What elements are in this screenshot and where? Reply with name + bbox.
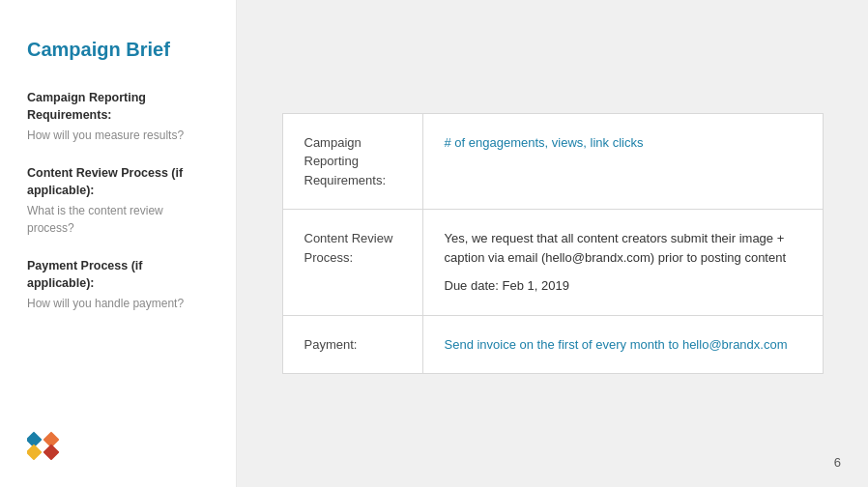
sidebar-title: Campaign Brief: [27, 39, 209, 61]
row-label-content-review: Content Review Process:: [282, 210, 422, 316]
content-review-line1: Yes, we request that all content creator…: [445, 229, 801, 267]
row-label-payment: Payment:: [282, 315, 422, 374]
cell-multiline-content-review: Yes, we request that all content creator…: [445, 229, 801, 296]
sidebar-section-subtitle-payment: How will you handle payment?: [27, 296, 209, 312]
content-review-line2: Due date: Feb 1, 2019: [445, 276, 801, 296]
main-content: Campaign Reporting Requirements: # of en…: [237, 0, 868, 487]
data-table: Campaign Reporting Requirements: # of en…: [282, 113, 824, 375]
page-number: 6: [834, 455, 841, 470]
table-row-reporting: Campaign Reporting Requirements: # of en…: [282, 113, 823, 210]
row-value-payment: Send invoice on the first of every month…: [422, 315, 823, 374]
sidebar-section-subtitle-content-review: What is the content review process?: [27, 203, 209, 237]
sidebar: Campaign Brief Campaign Reporting Requir…: [0, 0, 237, 487]
sidebar-section-title-content-review: Content Review Process (if applicable):: [27, 165, 209, 199]
sidebar-section-title-payment: Payment Process (if applicable):: [27, 258, 209, 292]
sidebar-section-title-reporting: Campaign Reporting Requirements:: [27, 90, 209, 124]
sidebar-section-payment: Payment Process (if applicable): How wil…: [27, 258, 209, 312]
sidebar-section-reporting: Campaign Reporting Requirements: How wil…: [27, 90, 209, 144]
sidebar-section-content-review: Content Review Process (if applicable): …: [27, 165, 209, 237]
svg-rect-3: [43, 444, 60, 460]
sidebar-section-subtitle-reporting: How will you measure results?: [27, 128, 209, 144]
row-value-content-review: Yes, we request that all content creator…: [422, 210, 823, 316]
row-value-reporting: # of engagements, views, link clicks: [422, 113, 823, 210]
svg-rect-2: [27, 444, 42, 460]
table-row-content-review: Content Review Process: Yes, we request …: [282, 210, 823, 316]
table-row-payment: Payment: Send invoice on the first of ev…: [282, 315, 823, 374]
row-label-reporting: Campaign Reporting Requirements:: [282, 113, 422, 210]
sidebar-logo: [27, 425, 209, 460]
logo-icon: [27, 425, 62, 460]
